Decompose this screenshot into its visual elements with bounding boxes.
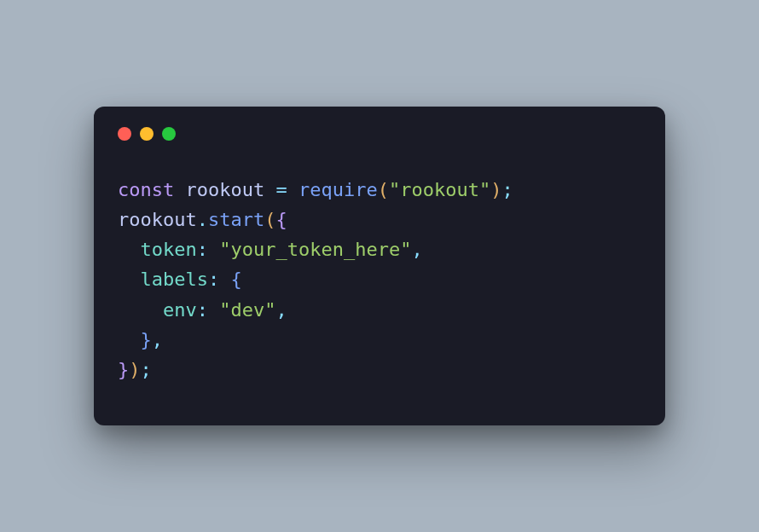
paren-open: ( [264,209,275,230]
string-token: "your_token_here" [219,239,411,260]
maximize-icon [162,127,176,141]
property-env: env [163,299,197,321]
colon: : [197,239,208,260]
dot-operator: . [197,209,208,230]
string-module: "rookout" [389,179,490,200]
window-titlebar [118,127,641,141]
comma: , [411,239,422,260]
variable-rookout: rookout [118,209,197,230]
paren-close: ) [129,359,140,380]
string-env: "dev" [219,299,275,321]
brace-open: { [230,269,241,290]
property-token: token [141,239,197,260]
code-block: const rookout = require("rookout"); rook… [118,175,641,385]
colon: : [208,269,219,290]
brace-open: { [275,209,287,230]
property-labels: labels [141,269,208,290]
function-start: start [208,209,264,230]
operator-assign: = [275,179,287,200]
variable-rookout: rookout [185,179,264,200]
semicolon: ; [141,359,152,380]
code-window: const rookout = require("rookout"); rook… [94,107,665,425]
keyword-const: const [118,179,174,200]
function-require: require [298,179,378,200]
semicolon: ; [501,179,513,200]
brace-close: } [141,329,152,350]
comma: , [275,299,287,321]
brace-close: } [118,359,129,380]
comma: , [152,329,163,350]
paren-close: ) [490,179,501,200]
colon: : [197,299,208,321]
close-icon [118,127,131,141]
minimize-icon [140,127,154,141]
paren-open: ( [378,179,389,200]
